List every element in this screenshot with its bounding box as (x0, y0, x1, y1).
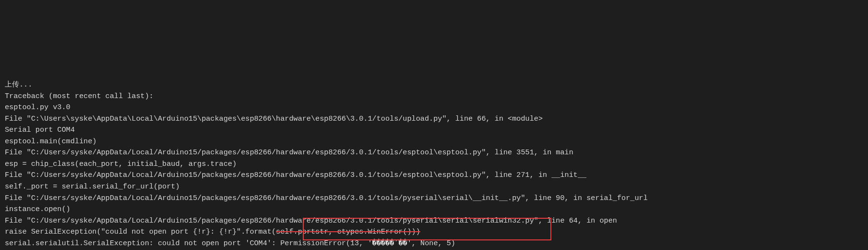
terminal-line: File "C:\Users\syske\AppData\Local\Ardui… (5, 113, 863, 125)
terminal-line: File "C:/Users/syske/AppData/Local/Ardui… (5, 215, 863, 227)
terminal-line: serial.serialutil.SerialException: could… (5, 238, 863, 250)
terminal-line: esp = chip_class(each_port, initial_baud… (5, 159, 863, 170)
terminal-line: self._port = serial.serial_for_url(port) (5, 181, 863, 193)
terminal-line: Serial port COM4 (5, 125, 863, 136)
terminal-line: esptool.main(cmdline) (5, 136, 863, 148)
terminal-line: instance.open() (5, 204, 863, 215)
terminal-line: Traceback (most recent call last): (5, 91, 863, 102)
terminal-output[interactable]: 上传...Traceback (most recent call last):e… (0, 57, 868, 250)
terminal-line: raise SerialException("could not open po… (5, 226, 863, 238)
terminal-line: File "C:/Users/syske/AppData/Local/Ardui… (5, 147, 863, 159)
terminal-line: File "C:/Users/syske/AppData/Local/Ardui… (5, 193, 863, 204)
terminal-line: File "C:/Users/syske/AppData/Local/Ardui… (5, 170, 863, 181)
terminal-line: 上传... (5, 79, 863, 91)
terminal-line: esptool.py v3.0 (5, 102, 863, 113)
